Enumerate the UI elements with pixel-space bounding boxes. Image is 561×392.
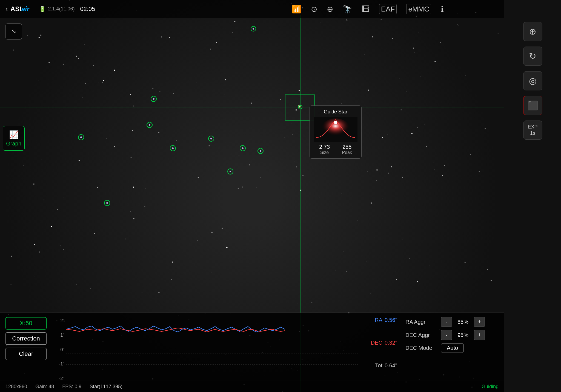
guide-star-stats: 2.73 Size 255 Peak: [313, 144, 358, 155]
dec-aggr-plus[interactable]: +: [474, 330, 485, 340]
correction-button[interactable]: Correction: [5, 332, 47, 345]
tot-value: 0.64": [385, 362, 397, 369]
star-circle-3: [78, 134, 84, 140]
aim-icon: ◎: [529, 76, 537, 86]
back-arrow[interactable]: ‹: [5, 5, 8, 13]
guide-star-title: Guide Star: [313, 109, 358, 115]
dec-aggr-value: 95%: [455, 332, 471, 338]
refresh-icon: ↻: [529, 51, 536, 61]
graph-button[interactable]: 📈 Graph: [3, 126, 25, 151]
guiding-status: Guiding: [482, 384, 499, 390]
camera-icon[interactable]: ⊙: [311, 4, 317, 13]
app-logo: ASIair: [10, 5, 29, 13]
crosshair-horizontal: [0, 107, 504, 107]
right-sidebar: ⊕ ↻ ◎ ⬛ EXP 1s: [504, 0, 561, 392]
stop-button[interactable]: ⬛: [523, 96, 542, 115]
target-icon: ⊕: [529, 26, 536, 37]
star-circle-1: [151, 96, 157, 102]
guide-star-size-label: Size: [320, 150, 329, 155]
graph-right-labels: RA 0.56" DEC 0.32" Tot 0.64": [359, 316, 397, 370]
top-right-icons: 📶 ⊙ ⊕ 🔭 🎞 EAF eMMC ℹ: [292, 4, 444, 14]
star-circle-0: [251, 26, 256, 32]
exp-label: EXP: [528, 124, 537, 130]
dec-value: 0.32": [385, 340, 397, 346]
y-label-0: 0": [60, 347, 64, 352]
y-axis-labels: 2" 1" 0" -1" -2": [53, 316, 64, 384]
status-bar: 1280x960 Gain: 48 FPS: 0.9 Star(1117,395…: [0, 381, 504, 392]
guide-star-peak: 255 Peak: [342, 144, 352, 155]
dec-aggr-minus[interactable]: -: [441, 330, 452, 340]
time-display: 02:05: [80, 5, 95, 13]
left-controls: X:50 Correction Clear: [0, 313, 52, 381]
guide-star-peak-label: Peak: [342, 150, 352, 155]
logo-area: ‹ ASIair: [0, 5, 35, 13]
guide-star-size: 2.73 Size: [319, 144, 330, 155]
svg-point-2: [334, 121, 337, 124]
fps-display: FPS: 0.9: [62, 384, 81, 390]
version-text: 2.1.4(11.06): [48, 6, 75, 12]
exp-button[interactable]: EXP 1s: [523, 121, 542, 140]
expand-button[interactable]: ⤡: [5, 23, 22, 40]
y-label-neg2: -2": [59, 376, 64, 381]
ra-aggr-minus[interactable]: -: [441, 317, 452, 327]
dec-label: DEC: [371, 340, 382, 346]
telescope-icon[interactable]: 🔭: [343, 4, 352, 13]
clear-button[interactable]: Clear: [5, 348, 47, 360]
gain-display: Gain: 48: [35, 384, 54, 390]
expand-icon: ⤡: [11, 28, 16, 35]
ra-aggr-value: 85%: [455, 319, 471, 325]
guide-star-peak-value: 255: [342, 144, 351, 150]
star-circle-8: [227, 168, 233, 174]
ra-aggr-row: RA Aggr - 85% +: [405, 317, 499, 327]
emmc-icon[interactable]: eMMC: [406, 4, 431, 14]
y-label-neg1: -1": [59, 362, 64, 367]
dec-mode-label: DEC Mode: [405, 345, 438, 351]
guide-star-popup: Guide Star: [310, 105, 362, 159]
info-icon[interactable]: ℹ: [441, 4, 444, 13]
refresh-button[interactable]: ↻: [523, 47, 542, 66]
guide-graph: [66, 316, 359, 370]
y-label-2: 2": [60, 318, 64, 323]
star-info: Star(1117,395): [90, 384, 122, 390]
dec-aggr-row: DEC Aggr - 95% +: [405, 330, 499, 340]
graph-icon: 📈: [9, 130, 19, 139]
graph-area: 2" 1" 0" -1" -2": [52, 313, 400, 381]
resolution-display: 1280x960: [5, 384, 27, 390]
stats-panel: RA Aggr - 85% + DEC Aggr - 95% + DEC Mod…: [400, 313, 504, 381]
wifi-icon[interactable]: 📶: [292, 4, 301, 13]
bottom-panel: X:50 Correction Clear 2" 1" 0" -1" -2": [0, 313, 504, 381]
ra-aggr-plus[interactable]: +: [474, 317, 485, 327]
ra-label: RA: [375, 317, 382, 323]
y-label-1: 1": [60, 333, 64, 338]
ra-value: 0.56": [385, 317, 397, 323]
target-button[interactable]: ⊕: [523, 22, 542, 41]
star-circle-6: [240, 145, 246, 151]
crosshair-icon[interactable]: ⊕: [327, 4, 333, 13]
star-circle-2: [147, 122, 153, 128]
guide-star-dot: [298, 105, 302, 109]
dec-mode-button[interactable]: Auto: [441, 343, 464, 353]
ra-aggr-label: RA Aggr: [405, 319, 438, 325]
guide-star-size-value: 2.73: [319, 144, 330, 150]
guide-star-chart: [313, 117, 358, 142]
tot-label: Tot: [375, 362, 382, 369]
film-icon[interactable]: 🎞: [362, 4, 370, 13]
star-circle-5: [170, 145, 176, 151]
battery-area: 🔋 2.1.4(11.06): [39, 6, 75, 12]
star-circle-7: [257, 148, 264, 154]
top-bar: ‹ ASIair 🔋 2.1.4(11.06) 02:05 📶 ⊙ ⊕ 🔭 🎞 …: [0, 0, 504, 18]
star-circle-9: [104, 200, 110, 206]
main-viewport: ‹ ASIair 🔋 2.1.4(11.06) 02:05 📶 ⊙ ⊕ 🔭 🎞 …: [0, 0, 504, 392]
exp-value: 1s: [530, 130, 535, 136]
star-circle-4: [208, 136, 214, 142]
x50-button[interactable]: X:50: [5, 317, 47, 330]
eaf-icon[interactable]: EAF: [379, 4, 397, 14]
aim-button[interactable]: ◎: [523, 71, 542, 90]
battery-icon: 🔋: [39, 6, 46, 12]
dec-mode-row: DEC Mode Auto: [405, 343, 499, 353]
dec-aggr-label: DEC Aggr: [405, 332, 438, 338]
stop-icon: ⬛: [527, 100, 538, 111]
graph-label: Graph: [6, 141, 21, 147]
